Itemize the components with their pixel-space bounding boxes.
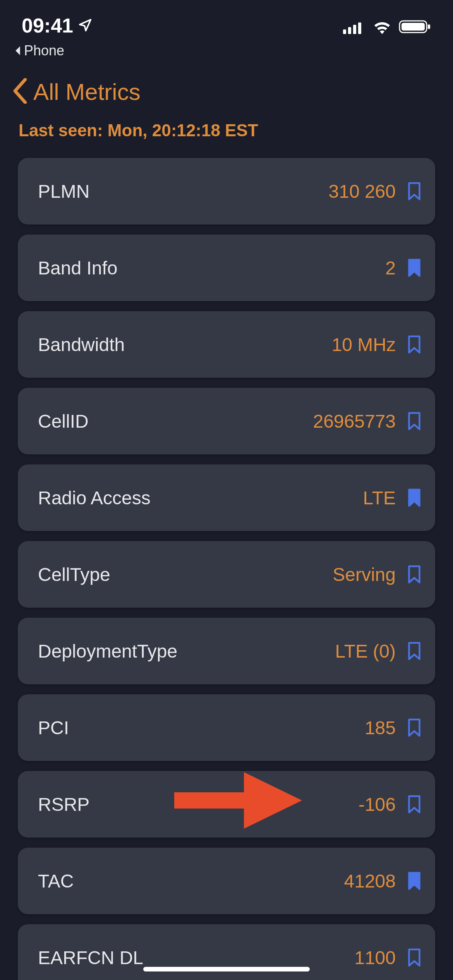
battery-icon <box>399 15 431 39</box>
metric-label: PLMN <box>38 181 89 202</box>
metric-value: LTE <box>363 487 396 509</box>
cellular-icon <box>343 15 365 39</box>
bookmark-icon[interactable] <box>407 412 421 430</box>
metric-row[interactable]: CellID26965773 <box>18 388 435 454</box>
svg-rect-5 <box>402 23 425 31</box>
status-bar: 09:41 <box>0 0 453 43</box>
bookmark-icon[interactable] <box>407 488 421 507</box>
metric-label: TAC <box>38 870 74 892</box>
svg-rect-3 <box>358 22 361 34</box>
metric-right: LTE (0) <box>335 641 421 662</box>
metric-label: Bandwidth <box>38 334 125 355</box>
bookmark-icon[interactable] <box>407 795 421 814</box>
metric-row[interactable]: DeploymentTypeLTE (0) <box>18 618 435 684</box>
bookmark-icon[interactable] <box>407 642 421 660</box>
metric-row[interactable]: Bandwidth10 MHz <box>18 311 435 378</box>
metric-label: CellID <box>38 411 89 432</box>
home-indicator[interactable] <box>143 967 310 971</box>
svg-rect-2 <box>353 25 356 34</box>
metric-value: -106 <box>359 794 396 815</box>
metric-value: 2 <box>385 257 396 279</box>
page-title: All Metrics <box>33 79 141 105</box>
metric-right: -106 <box>359 794 421 815</box>
wifi-icon <box>372 15 392 39</box>
location-icon <box>78 14 93 37</box>
metric-row[interactable]: Band Info2 <box>18 235 435 301</box>
bookmark-icon[interactable] <box>407 872 421 890</box>
metric-value: 1100 <box>354 947 396 968</box>
bookmark-icon[interactable] <box>407 335 421 354</box>
breadcrumb-back-label: Phone <box>24 43 64 59</box>
back-caret-icon <box>14 46 22 56</box>
status-left: 09:41 <box>22 14 93 37</box>
metric-label: DeploymentType <box>38 641 177 662</box>
metric-value: 310 260 <box>328 181 396 202</box>
metric-row[interactable]: TAC41208 <box>18 848 435 914</box>
metric-label: PCI <box>38 717 69 738</box>
metric-right: LTE <box>363 487 421 509</box>
metric-label: CellType <box>38 564 110 585</box>
metric-label: Radio Access <box>38 487 151 509</box>
metric-right: 185 <box>365 717 421 738</box>
metric-right: 41208 <box>344 870 421 892</box>
bookmark-icon[interactable] <box>407 718 421 737</box>
bookmark-icon[interactable] <box>407 182 421 200</box>
svg-rect-0 <box>343 29 346 34</box>
metric-row[interactable]: PLMN310 260 <box>18 158 435 224</box>
metric-right: Serving <box>333 564 421 585</box>
metric-row[interactable]: PCI185 <box>18 694 435 761</box>
bookmark-icon[interactable] <box>407 948 421 967</box>
metric-value: Serving <box>333 564 396 585</box>
metrics-list: PLMN310 260 Band Info2 Bandwidth10 MHz C… <box>0 146 453 980</box>
metric-row[interactable]: EARFCN DL1100 <box>18 924 435 980</box>
metric-label: Band Info <box>38 257 118 279</box>
svg-rect-6 <box>428 24 430 29</box>
metric-right: 2 <box>385 257 421 279</box>
metric-value: 41208 <box>344 870 396 892</box>
bookmark-icon[interactable] <box>407 565 421 584</box>
metric-value: 10 MHz <box>332 334 396 355</box>
bookmark-icon[interactable] <box>407 259 421 277</box>
metric-label: EARFCN DL <box>38 947 143 968</box>
chevron-left-icon <box>12 78 29 105</box>
metric-right: 1100 <box>354 947 421 968</box>
metric-value: 185 <box>365 717 396 738</box>
svg-rect-1 <box>348 27 351 34</box>
metric-value: LTE (0) <box>335 641 396 662</box>
breadcrumb-back[interactable]: Phone <box>0 43 453 59</box>
metric-right: 310 260 <box>328 181 421 202</box>
status-time: 09:41 <box>22 14 73 37</box>
status-right <box>343 14 431 39</box>
metric-row[interactable]: Radio AccessLTE <box>18 464 435 531</box>
metric-row[interactable]: CellTypeServing <box>18 541 435 608</box>
metric-label: RSRP <box>38 794 89 815</box>
metric-right: 10 MHz <box>332 334 421 355</box>
metric-row[interactable]: RSRP-106 <box>18 771 435 838</box>
last-seen-label: Last seen: Mon, 20:12:18 EST <box>0 105 453 146</box>
metric-right: 26965773 <box>313 411 421 432</box>
metric-value: 26965773 <box>313 411 396 432</box>
nav-header[interactable]: All Metrics <box>0 59 453 105</box>
